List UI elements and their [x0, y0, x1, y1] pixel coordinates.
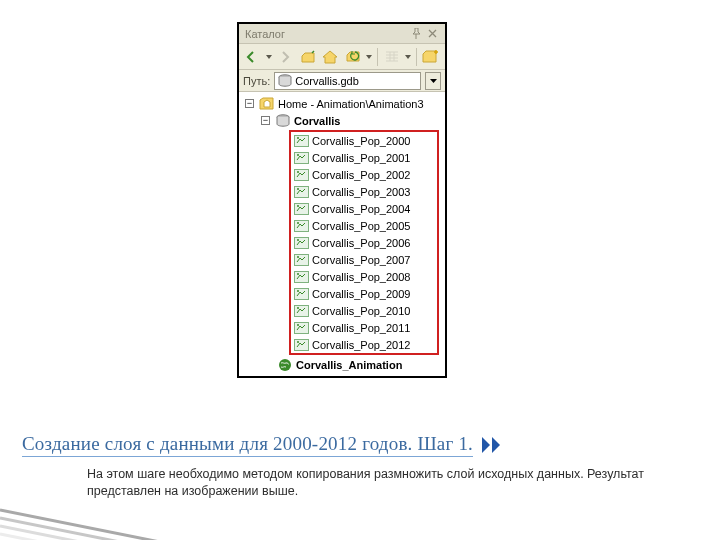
path-row: Путь: Corvallis.gdb: [239, 70, 445, 92]
tree-item-label: Corvallis_Pop_2012: [312, 337, 410, 353]
back-button[interactable]: [243, 47, 264, 67]
pin-icon[interactable]: [409, 27, 423, 41]
tree-feature-class-row[interactable]: Corvallis_Pop_2009: [293, 285, 435, 302]
tree-gdb-row[interactable]: − Corvallis: [243, 112, 441, 129]
feature-class-icon: [293, 287, 309, 301]
tree-feature-class-row[interactable]: Corvallis_Pop_2003: [293, 183, 435, 200]
tree-feature-class-row[interactable]: Corvallis_Pop_2007: [293, 251, 435, 268]
tree-item-label: Corvallis_Pop_2011: [312, 320, 410, 336]
svg-point-9: [297, 188, 299, 190]
tree-animation-row[interactable]: Corvallis_Animation: [243, 356, 441, 373]
feature-class-icon: [293, 304, 309, 318]
geodatabase-icon: [275, 114, 291, 128]
tree-item-label: Corvallis_Pop_2002: [312, 167, 410, 183]
tree-item-label: Corvallis_Pop_2008: [312, 269, 410, 285]
selection-highlight: Corvallis_Pop_2000Corvallis_Pop_2001Corv…: [289, 130, 439, 355]
svg-point-7: [297, 171, 299, 173]
svg-line-30: [0, 518, 150, 540]
svg-point-19: [297, 273, 299, 275]
feature-class-icon: [293, 185, 309, 199]
feature-class-icon: [293, 236, 309, 250]
catalog-panel: Каталог: [237, 22, 447, 378]
tree-feature-class-row[interactable]: Corvallis_Pop_2008: [293, 268, 435, 285]
tree-feature-class-row[interactable]: Corvallis_Pop_2000: [293, 132, 435, 149]
tree-feature-class-row[interactable]: Corvallis_Pop_2006: [293, 234, 435, 251]
tree-feature-class-row[interactable]: Corvallis_Pop_2004: [293, 200, 435, 217]
feature-class-icon: [293, 134, 309, 148]
tree-item-label: Corvallis_Pop_2009: [312, 286, 410, 302]
tree-feature-class-row[interactable]: Corvallis_Pop_2012: [293, 336, 435, 353]
tree-item-label: Corvallis_Pop_2004: [312, 201, 410, 217]
feature-class-icon: [293, 270, 309, 284]
feature-class-icon: [293, 151, 309, 165]
tree-animation-label: Corvallis_Animation: [296, 357, 402, 373]
up-button[interactable]: [298, 47, 319, 67]
tree-gdb-label: Corvallis: [294, 113, 340, 129]
tree-item-label: Corvallis_Pop_2010: [312, 303, 410, 319]
feature-class-icon: [293, 338, 309, 352]
path-label: Путь:: [243, 75, 270, 87]
forward-button[interactable]: [275, 47, 296, 67]
slide-body: На этом шаге необходимо методом копирова…: [87, 466, 647, 500]
svg-point-13: [297, 222, 299, 224]
panel-titlebar: Каталог: [239, 24, 445, 44]
feature-class-icon: [293, 321, 309, 335]
tree-root-row[interactable]: − Home - Animation\Animation3: [243, 95, 441, 112]
tree-item-label: Corvallis_Pop_2001: [312, 150, 410, 166]
svg-point-21: [297, 290, 299, 292]
gdb-icon: [278, 74, 292, 87]
tree-item-label: Corvallis_Pop_2006: [312, 235, 410, 251]
refresh-dropdown[interactable]: [365, 55, 372, 59]
list-view-button[interactable]: [382, 47, 403, 67]
close-icon[interactable]: [425, 27, 439, 41]
panel-title: Каталог: [245, 28, 407, 40]
toolbar-separator: [416, 48, 417, 66]
path-value: Corvallis.gdb: [295, 75, 359, 87]
feature-class-icon: [293, 202, 309, 216]
expander-minus-icon[interactable]: −: [261, 116, 270, 125]
tree-item-label: Corvallis_Pop_2005: [312, 218, 410, 234]
toolbar-separator: [377, 48, 378, 66]
svg-point-23: [297, 307, 299, 309]
tree-item-label: Corvallis_Pop_2003: [312, 184, 410, 200]
globe-icon: [277, 358, 293, 372]
tree-feature-class-row[interactable]: Corvallis_Pop_2011: [293, 319, 435, 336]
svg-point-5: [297, 154, 299, 156]
svg-point-11: [297, 205, 299, 207]
slide-heading: Создание слоя с данными для 2000-2012 го…: [22, 433, 505, 457]
tree-feature-class-row[interactable]: Corvallis_Pop_2005: [293, 217, 435, 234]
svg-point-25: [297, 324, 299, 326]
svg-line-32: [0, 534, 110, 540]
svg-point-17: [297, 256, 299, 258]
path-dropdown[interactable]: [425, 72, 441, 90]
decorative-stripes: [0, 500, 190, 540]
expander-minus-icon[interactable]: −: [245, 99, 254, 108]
svg-point-28: [279, 359, 291, 371]
svg-point-27: [297, 341, 299, 343]
double-chevron-icon: [479, 434, 505, 456]
home-folder-icon: [259, 97, 275, 111]
svg-point-15: [297, 239, 299, 241]
new-folder-button[interactable]: [420, 47, 441, 67]
tree-item-label: Corvallis_Pop_2007: [312, 252, 410, 268]
tree: − Home - Animation\Animation3 − Corvalli…: [239, 92, 445, 376]
tree-root-label: Home - Animation\Animation3: [278, 96, 424, 112]
path-input[interactable]: Corvallis.gdb: [274, 72, 421, 90]
toolbar: [239, 44, 445, 70]
list-view-dropdown[interactable]: [404, 55, 411, 59]
svg-line-29: [0, 510, 170, 540]
tree-feature-class-row[interactable]: Corvallis_Pop_2001: [293, 149, 435, 166]
feature-class-icon: [293, 219, 309, 233]
slide-heading-text: Создание слоя с данными для 2000-2012 го…: [22, 433, 473, 457]
svg-line-31: [0, 526, 130, 540]
feature-class-icon: [293, 168, 309, 182]
tree-feature-class-row[interactable]: Corvallis_Pop_2002: [293, 166, 435, 183]
feature-class-icon: [293, 253, 309, 267]
tree-item-label: Corvallis_Pop_2000: [312, 133, 410, 149]
svg-point-3: [297, 137, 299, 139]
back-dropdown[interactable]: [266, 55, 273, 59]
tree-feature-class-row[interactable]: Corvallis_Pop_2010: [293, 302, 435, 319]
home-button[interactable]: [320, 47, 341, 67]
refresh-button[interactable]: [343, 47, 364, 67]
